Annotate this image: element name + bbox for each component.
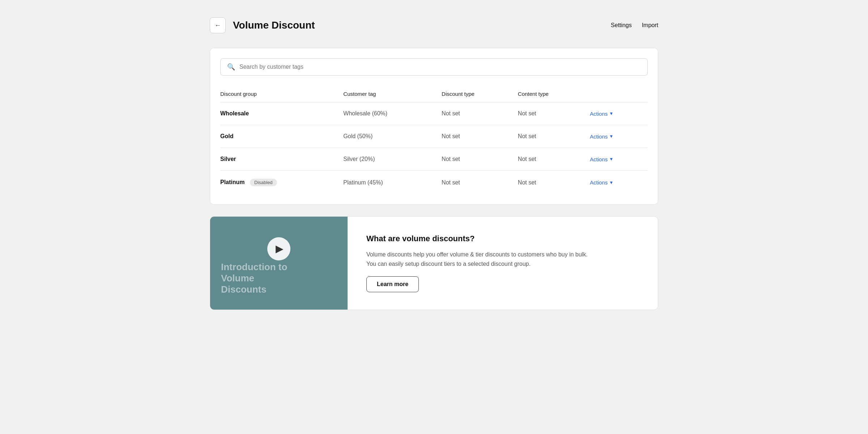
- back-button[interactable]: ←: [210, 17, 226, 33]
- customer-tag-wholesale: Wholesale (60%): [343, 102, 442, 125]
- col-header-content-type: Content type: [518, 86, 590, 102]
- video-text-line2: Volume: [221, 273, 287, 284]
- table-header-row: Discount group Customer tag Discount typ…: [220, 86, 648, 102]
- actions-cell-platinum: Actions ▼: [590, 171, 648, 195]
- info-desc-line1: Volume discounts help you offer volume &…: [366, 251, 588, 258]
- actions-button-platinum[interactable]: Actions ▼: [590, 179, 613, 186]
- info-description: Volume discounts help you offer volume &…: [366, 250, 588, 268]
- content-type-silver: Not set: [518, 148, 590, 171]
- col-header-group: Discount group: [220, 86, 343, 102]
- col-header-actions: [590, 86, 648, 102]
- group-name-gold: Gold: [220, 125, 343, 148]
- discount-type-gold: Not set: [442, 125, 518, 148]
- chevron-down-icon: ▼: [609, 157, 613, 162]
- learn-more-button[interactable]: Learn more: [366, 276, 419, 292]
- actions-button-gold[interactable]: Actions ▼: [590, 133, 613, 140]
- info-title: What are volume discounts?: [366, 234, 588, 243]
- content-type-platinum: Not set: [518, 171, 590, 195]
- group-name-wholesale: Wholesale: [220, 102, 343, 125]
- main-card: 🔍 Discount group Customer tag Discount t…: [210, 48, 658, 205]
- col-header-tag: Customer tag: [343, 86, 442, 102]
- actions-cell-gold: Actions ▼: [590, 125, 648, 148]
- search-box: 🔍: [220, 58, 648, 76]
- page-header: ← Volume Discount Settings Import: [210, 17, 658, 33]
- actions-label: Actions: [590, 156, 608, 162]
- actions-label: Actions: [590, 133, 608, 140]
- search-icon: 🔍: [227, 63, 235, 71]
- discount-type-wholesale: Not set: [442, 102, 518, 125]
- discount-table: Discount group Customer tag Discount typ…: [220, 86, 648, 194]
- group-label-platinum: Platinum: [220, 179, 245, 185]
- play-icon: ▶: [276, 243, 284, 255]
- import-button[interactable]: Import: [642, 22, 658, 29]
- table-row: Gold Gold (50%) Not set Not set Actions …: [220, 125, 648, 148]
- content-type-gold: Not set: [518, 125, 590, 148]
- chevron-down-icon: ▼: [609, 180, 613, 185]
- header-right: Settings Import: [611, 22, 658, 29]
- video-text-line3: Discounts: [221, 284, 287, 295]
- header-left: ← Volume Discount: [210, 17, 315, 33]
- group-name-silver: Silver: [220, 148, 343, 171]
- customer-tag-gold: Gold (50%): [343, 125, 442, 148]
- chevron-down-icon: ▼: [609, 134, 613, 139]
- video-text-line1: Introduction to: [221, 261, 287, 273]
- discount-type-platinum: Not set: [442, 171, 518, 195]
- settings-button[interactable]: Settings: [611, 22, 632, 29]
- actions-button-silver[interactable]: Actions ▼: [590, 156, 613, 162]
- col-header-discount-type: Discount type: [442, 86, 518, 102]
- actions-cell-wholesale: Actions ▼: [590, 102, 648, 125]
- actions-label: Actions: [590, 179, 608, 186]
- video-text: Introduction to Volume Discounts: [221, 261, 287, 295]
- customer-tag-silver: Silver (20%): [343, 148, 442, 171]
- table-row: Platinum Disabled Platinum (45%) Not set…: [220, 171, 648, 195]
- customer-tag-platinum: Platinum (45%): [343, 171, 442, 195]
- discount-type-silver: Not set: [442, 148, 518, 171]
- table-row: Silver Silver (20%) Not set Not set Acti…: [220, 148, 648, 171]
- info-desc-line2: You can easily setup discount tiers to a…: [366, 261, 531, 267]
- content-type-wholesale: Not set: [518, 102, 590, 125]
- group-name-platinum: Platinum Disabled: [220, 171, 343, 195]
- actions-label: Actions: [590, 111, 608, 117]
- chevron-down-icon: ▼: [609, 111, 613, 116]
- search-input[interactable]: [239, 64, 641, 70]
- actions-cell-silver: Actions ▼: [590, 148, 648, 171]
- disabled-badge: Disabled: [250, 179, 277, 186]
- video-panel: ▶ Introduction to Volume Discounts: [210, 217, 348, 310]
- table-row: Wholesale Wholesale (60%) Not set Not se…: [220, 102, 648, 125]
- info-section: ▶ Introduction to Volume Discounts What …: [210, 216, 658, 310]
- page-title: Volume Discount: [233, 20, 315, 31]
- play-button[interactable]: ▶: [267, 237, 290, 260]
- back-icon: ←: [214, 22, 221, 29]
- info-panel: What are volume discounts? Volume discou…: [348, 217, 607, 310]
- actions-button-wholesale[interactable]: Actions ▼: [590, 111, 613, 117]
